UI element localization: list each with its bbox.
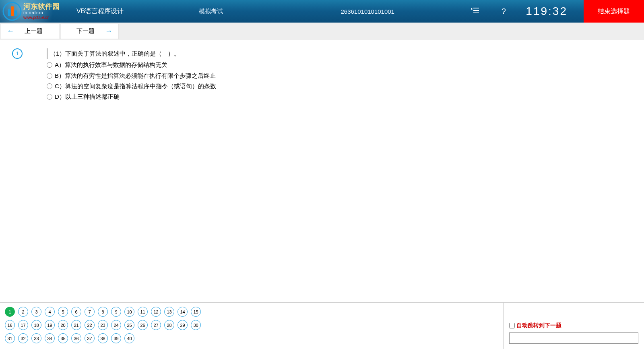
question-nav-28[interactable]: 28 xyxy=(164,320,174,330)
option-b-text: B）算法的有穷性是指算法必须能在执行有限个步骤之后终止 xyxy=(55,71,216,81)
question-nav-21[interactable]: 21 xyxy=(71,320,81,330)
svg-rect-1 xyxy=(8,9,10,16)
next-question-button[interactable]: 下一题 → xyxy=(60,24,118,39)
question-nav-8[interactable]: 8 xyxy=(98,307,108,317)
option-b[interactable]: B）算法的有穷性是指算法必须能在执行有限个步骤之后终止 xyxy=(47,71,216,81)
question-content: 1 （1）下面关于算法的叙述中，正确的是（ ）。 A）算法的执行效率与数据的存储… xyxy=(0,40,644,102)
question-nav-16[interactable]: 16 xyxy=(5,320,15,330)
question-nav-14[interactable]: 14 xyxy=(178,307,188,317)
question-nav-24[interactable]: 24 xyxy=(111,320,121,330)
question-nav-29[interactable]: 29 xyxy=(178,320,188,330)
logo-url: www.pc059.cn xyxy=(23,15,60,20)
question-nav-27[interactable]: 27 xyxy=(151,320,161,330)
question-nav-7[interactable]: 7 xyxy=(85,307,95,317)
list-icon[interactable] xyxy=(469,7,481,16)
exam-mode-label: 模拟考试 xyxy=(199,8,223,15)
question-nav-38[interactable]: 38 xyxy=(98,333,108,343)
question-nav-40[interactable]: 40 xyxy=(124,333,134,343)
exam-id-label: 2636101010101001 xyxy=(341,8,394,15)
question-nav-5[interactable]: 5 xyxy=(58,307,68,317)
prev-label: 上一题 xyxy=(25,27,43,35)
question-nav-1[interactable]: 1 xyxy=(5,307,15,317)
question-nav-32[interactable]: 32 xyxy=(18,333,28,343)
question-nav-13[interactable]: 13 xyxy=(164,307,174,317)
prev-question-button[interactable]: ← 上一题 xyxy=(1,24,59,39)
question-nav-33[interactable]: 33 xyxy=(31,333,41,343)
countdown-timer: 119:32 xyxy=(526,5,568,18)
question-nav-20[interactable]: 20 xyxy=(58,320,68,330)
question-grid: 1234567891011121314151617181920212223242… xyxy=(0,303,503,349)
question-nav-23[interactable]: 23 xyxy=(98,320,108,330)
question-nav-26[interactable]: 26 xyxy=(138,320,148,330)
question-nav-22[interactable]: 22 xyxy=(85,320,95,330)
subject-title: VB语言程序设计 xyxy=(76,7,124,16)
question-nav-2[interactable]: 2 xyxy=(18,307,28,317)
auto-jump-checkbox[interactable] xyxy=(509,323,515,328)
option-d[interactable]: D）以上三种描述都正确 xyxy=(47,91,216,102)
auto-jump-panel: 自动跳转到下一题 xyxy=(503,303,644,349)
app-header: 河东软件园 mination www.pc059.cn VB语言程序设计 模拟考… xyxy=(0,0,644,23)
option-a[interactable]: A）算法的执行效率与数据的存储结构无关 xyxy=(47,60,216,70)
option-d-radio[interactable] xyxy=(47,94,52,100)
logo-subtitle: mination xyxy=(23,10,60,15)
question-nav-31[interactable]: 31 xyxy=(5,333,15,343)
question-nav-15[interactable]: 15 xyxy=(191,307,201,317)
svg-rect-3 xyxy=(14,10,17,16)
question-nav-bar: ← 上一题 下一题 → xyxy=(0,23,644,40)
bottom-navigator: 1234567891011121314151617181920212223242… xyxy=(0,302,644,349)
question-nav-6[interactable]: 6 xyxy=(71,307,81,317)
question-nav-39[interactable]: 39 xyxy=(111,333,121,343)
question-nav-34[interactable]: 34 xyxy=(45,333,55,343)
question-nav-10[interactable]: 10 xyxy=(124,307,134,317)
end-exam-button[interactable]: 结束选择题 xyxy=(584,0,644,23)
question-nav-17[interactable]: 17 xyxy=(18,320,28,330)
option-c-text: C）算法的空间复杂度是指算法程序中指令（或语句）的条数 xyxy=(55,81,216,91)
option-b-radio[interactable] xyxy=(47,73,52,79)
question-number-badge: 1 xyxy=(12,48,23,59)
app-logo-icon xyxy=(2,2,22,21)
arrow-right-icon: → xyxy=(105,27,112,35)
option-a-radio[interactable] xyxy=(47,62,52,68)
question-nav-18[interactable]: 18 xyxy=(31,320,41,330)
question-nav-36[interactable]: 36 xyxy=(71,333,81,343)
question-nav-37[interactable]: 37 xyxy=(85,333,95,343)
question-nav-25[interactable]: 25 xyxy=(124,320,134,330)
next-label: 下一题 xyxy=(76,27,95,35)
option-c-radio[interactable] xyxy=(47,83,52,89)
question-stem: （1）下面关于算法的叙述中，正确的是（ ）。 xyxy=(47,48,216,59)
question-nav-9[interactable]: 9 xyxy=(111,307,121,317)
arrow-left-icon: ← xyxy=(7,27,14,35)
question-nav-11[interactable]: 11 xyxy=(138,307,148,317)
answer-input-box[interactable] xyxy=(509,332,638,344)
option-a-text: A）算法的执行效率与数据的存储结构无关 xyxy=(55,60,167,70)
logo-title: 河东软件园 xyxy=(23,3,60,10)
svg-rect-2 xyxy=(11,6,14,16)
option-c[interactable]: C）算法的空间复杂度是指算法程序中指令（或语句）的条数 xyxy=(47,81,216,91)
question-nav-35[interactable]: 35 xyxy=(58,333,68,343)
logo-area: 河东软件园 mination www.pc059.cn xyxy=(0,0,72,23)
question-nav-4[interactable]: 4 xyxy=(45,307,55,317)
question-nav-30[interactable]: 30 xyxy=(191,320,201,330)
question-nav-19[interactable]: 19 xyxy=(45,320,55,330)
help-icon[interactable]: ? xyxy=(497,7,510,16)
auto-jump-text: 自动跳转到下一题 xyxy=(516,322,561,329)
question-nav-12[interactable]: 12 xyxy=(151,307,161,317)
auto-jump-checkbox-label[interactable]: 自动跳转到下一题 xyxy=(509,322,638,329)
option-d-text: D）以上三种描述都正确 xyxy=(55,91,120,102)
question-nav-3[interactable]: 3 xyxy=(31,307,41,317)
